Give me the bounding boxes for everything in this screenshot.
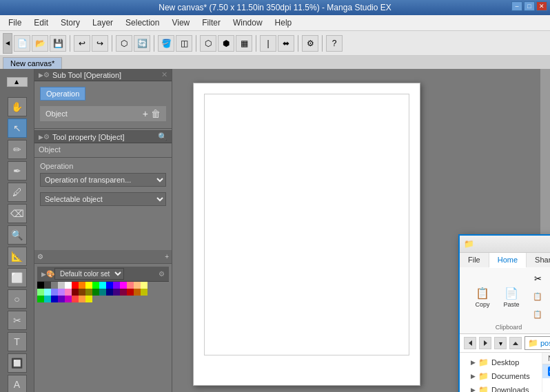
tb-help[interactable]: ? xyxy=(326,35,343,52)
fe-tab-share[interactable]: Share xyxy=(527,253,550,267)
tab-new-canvas[interactable]: New canvas* xyxy=(3,57,62,69)
fe-cut-button[interactable]: ✂ xyxy=(527,270,548,287)
menu-layer[interactable]: Layer xyxy=(87,17,119,29)
property-search-icon[interactable]: 🔍 xyxy=(158,132,167,141)
tb-transform[interactable]: ⬡ xyxy=(116,35,132,52)
color-swatch[interactable] xyxy=(44,289,51,296)
color-swatch[interactable] xyxy=(51,296,58,302)
fe-tab-file[interactable]: File xyxy=(460,253,489,267)
color-swatch[interactable] xyxy=(113,289,120,296)
color-swatch[interactable] xyxy=(51,289,58,296)
menu-help[interactable]: Help xyxy=(269,17,298,29)
menu-window[interactable]: Window xyxy=(227,17,268,29)
minimize-button[interactable]: – xyxy=(511,1,522,11)
color-swatch[interactable] xyxy=(85,282,92,289)
color-swatch[interactable] xyxy=(85,289,92,296)
tool-select[interactable]: ↖ xyxy=(8,118,27,138)
color-set-dropdown[interactable]: Default color set xyxy=(54,268,124,280)
sidebar-item-documents[interactable]: ▶ 📁 Documents xyxy=(460,369,542,383)
operation-button[interactable]: Operation xyxy=(40,87,85,101)
tb-gradient[interactable]: ◫ xyxy=(176,35,192,52)
tb-rotate[interactable]: 🔄 xyxy=(134,35,150,52)
color-swatch[interactable] xyxy=(134,282,141,289)
tb-redo[interactable]: ↪ xyxy=(92,35,108,52)
close-button[interactable]: ✕ xyxy=(536,1,547,11)
color-swatch[interactable] xyxy=(127,282,134,289)
fe-file-row[interactable]: 📄 bcScottishHinde LO.obj xyxy=(542,364,550,378)
color-swatch[interactable] xyxy=(58,282,65,289)
color-swatch[interactable] xyxy=(79,282,85,289)
tool-text[interactable]: T xyxy=(8,332,27,351)
menu-story[interactable]: Story xyxy=(55,17,85,29)
color-swatch[interactable] xyxy=(99,282,106,289)
tb-settings[interactable]: ⚙ xyxy=(302,35,318,52)
tool-ellipse[interactable]: ○ xyxy=(8,289,27,309)
tool-pen[interactable]: ✏ xyxy=(8,140,27,159)
fe-copy-path-button[interactable]: 📋 xyxy=(527,288,548,305)
color-swatch[interactable] xyxy=(113,282,120,289)
tb-fill[interactable]: 🪣 xyxy=(158,35,174,52)
color-swatch[interactable] xyxy=(65,289,72,296)
color-swatch[interactable] xyxy=(37,282,44,289)
add-icon[interactable]: + xyxy=(143,108,148,119)
color-swatch[interactable] xyxy=(85,296,92,302)
tb-open[interactable]: 📂 xyxy=(32,35,48,52)
tool-rect[interactable]: ⬜ xyxy=(8,268,27,287)
tb-save[interactable]: 💾 xyxy=(50,35,66,52)
color-swatch[interactable] xyxy=(72,282,79,289)
tb-line1[interactable]: | xyxy=(260,35,276,52)
color-swatch[interactable] xyxy=(44,296,51,302)
color-swatch[interactable] xyxy=(72,296,79,302)
selectable-dropdown[interactable]: Selectable object xyxy=(40,192,166,206)
fe-copy-button[interactable]: 📋 Copy xyxy=(469,282,496,310)
toolbar-collapse[interactable]: ◀ xyxy=(3,33,12,54)
tool-crop[interactable]: ✂ xyxy=(8,311,27,330)
color-swatch[interactable] xyxy=(51,282,58,289)
tb-line2[interactable]: ⬌ xyxy=(278,35,294,52)
operation-dropdown[interactable]: Operation of transparen... xyxy=(40,173,166,187)
panel-add-icon[interactable]: + xyxy=(165,253,169,260)
fe-up-button[interactable] xyxy=(509,337,522,349)
menu-selection[interactable]: Selection xyxy=(120,17,165,29)
fe-paste-shortcut-button[interactable]: 📋 xyxy=(527,306,548,322)
tool-brush[interactable]: 🖊 xyxy=(8,183,27,202)
color-swatch[interactable] xyxy=(127,289,134,296)
color-swatch[interactable] xyxy=(44,282,51,289)
fe-address-bar[interactable]: 📁 poseA... › animals ▾ xyxy=(524,336,550,350)
fe-recent-button[interactable]: ▾ xyxy=(494,337,507,349)
color-swatch[interactable] xyxy=(65,282,72,289)
trash-icon[interactable]: 🗑 xyxy=(151,108,161,119)
color-swatch[interactable] xyxy=(37,296,44,302)
tb-pen1[interactable]: ⬡ xyxy=(200,35,216,52)
fe-tab-home[interactable]: Home xyxy=(489,253,527,268)
tool-frame[interactable]: 🔲 xyxy=(8,353,27,373)
fe-address-part1[interactable]: poseA... xyxy=(540,339,550,347)
fe-paste-button[interactable]: 📄 Paste xyxy=(498,282,524,310)
color-swatch[interactable] xyxy=(106,289,113,296)
color-swatch[interactable] xyxy=(92,289,99,296)
color-swatch[interactable] xyxy=(58,289,65,296)
color-swatch[interactable] xyxy=(134,289,141,296)
color-settings-icon[interactable]: ⚙ xyxy=(159,270,165,278)
fe-forward-button[interactable] xyxy=(479,337,491,349)
color-swatch[interactable] xyxy=(99,289,106,296)
tool-eraser[interactable]: ⌫ xyxy=(8,204,27,223)
color-swatch[interactable] xyxy=(79,289,85,296)
tb-pen2[interactable]: ⬢ xyxy=(218,35,234,52)
menu-filter[interactable]: Filter xyxy=(196,17,226,29)
fe-back-button[interactable] xyxy=(464,337,476,349)
panel-collapse-top[interactable]: ◀ xyxy=(7,77,28,87)
color-swatch[interactable] xyxy=(65,296,72,302)
maximize-button[interactable]: □ xyxy=(524,1,535,11)
menu-view[interactable]: View xyxy=(166,17,195,29)
menu-file[interactable]: File xyxy=(3,17,27,29)
tool-type[interactable]: A xyxy=(8,375,27,392)
tool-hand[interactable]: ✋ xyxy=(8,97,27,116)
color-swatch[interactable] xyxy=(120,289,127,296)
tool-zoom[interactable]: 🔍 xyxy=(8,225,27,245)
tool-measure[interactable]: 📐 xyxy=(8,247,27,266)
color-swatch[interactable] xyxy=(79,296,85,302)
color-swatch[interactable] xyxy=(37,289,44,296)
menu-edit[interactable]: Edit xyxy=(28,17,54,29)
color-swatch[interactable] xyxy=(92,282,99,289)
